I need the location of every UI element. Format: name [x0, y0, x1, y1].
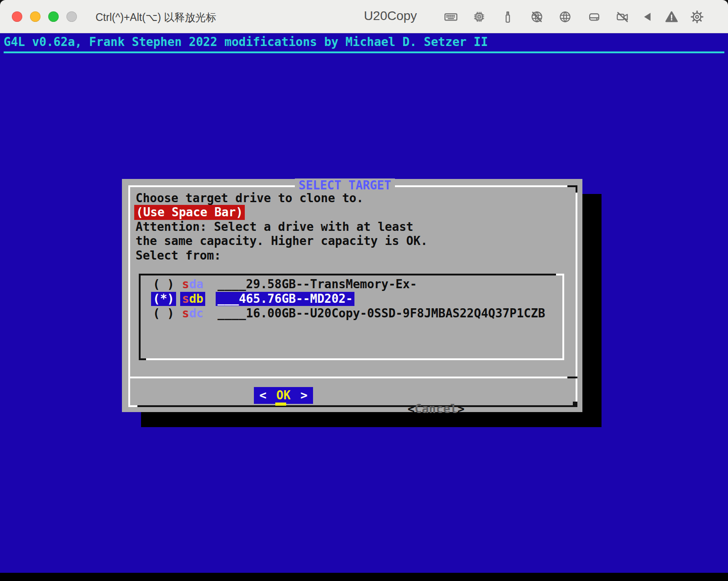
radio-indicator[interactable]: (*) [151, 292, 176, 306]
drive-name-rest: db [189, 292, 203, 306]
list-corner-accent [139, 358, 146, 360]
cpu-icon[interactable] [471, 9, 487, 25]
drive-name-prefix: s [182, 306, 189, 320]
dialog-instruction-line: the same capacity. Higher capacity is OK… [136, 234, 428, 248]
button-separator [128, 377, 577, 378]
drive-description[interactable]: ____16.00GB--U20Copy-0SSD-9F8JMBAS22Q4Q3… [216, 306, 547, 321]
cancel-button[interactable]: <Cancel> [379, 388, 465, 430]
ok-bracket-right: > [300, 388, 308, 403]
drive-name[interactable]: sdc [180, 306, 205, 321]
usb-icon[interactable] [500, 9, 516, 25]
space-bar-badge: (Use Space Bar) [134, 205, 245, 220]
header-underline [4, 51, 724, 53]
dialog-instruction-line: Attention: Select a drive with at least [136, 220, 413, 234]
dialog-instruction-line: Choose target drive to clone to. [136, 191, 364, 205]
dialog-title: SELECT TARGET [295, 178, 395, 193]
mouse-release-hint: Ctrl(^)+Alt(⌥) 以释放光标 [96, 10, 216, 25]
drive-name[interactable]: sdb [180, 292, 205, 306]
cancel-bracket-left: < [408, 402, 415, 416]
window-title: U20Copy [350, 9, 430, 23]
minimize-button[interactable] [30, 11, 40, 22]
settings-gear-icon[interactable] [689, 9, 705, 25]
drive-name-prefix: s [182, 277, 189, 291]
globe-icon[interactable] [557, 9, 573, 25]
ok-button[interactable]: < OK > [254, 387, 313, 404]
list-corner-accent [556, 274, 564, 275]
screen-bottom-strip [0, 573, 728, 581]
border-corner-accent [128, 405, 137, 407]
dialog-instruction-line: Select from: [136, 249, 221, 263]
separator-corner-accent [567, 377, 577, 378]
g4l-version-header: G4L v0.62a, Frank Stephen 2022 modificat… [4, 35, 488, 49]
speaker-icon[interactable] [640, 9, 655, 25]
drive-name-prefix: s [182, 292, 189, 306]
keyboard-icon[interactable] [443, 9, 459, 25]
cancel-bracket-right: > [457, 402, 465, 416]
drive-name-rest: da [189, 277, 203, 291]
drive-description[interactable]: ____29.58GB--TransMemory-Ex- [216, 277, 419, 291]
extra-window-button[interactable] [66, 11, 77, 22]
cancel-label: Cancel [415, 402, 457, 416]
camera-off-icon[interactable] [615, 9, 630, 25]
border-corner-accent [573, 402, 577, 407]
close-button[interactable] [12, 11, 22, 22]
radio-indicator[interactable]: ( ) [151, 306, 176, 321]
alert-icon[interactable] [664, 9, 679, 25]
border-corner-accent [576, 185, 577, 193]
harddisk-icon[interactable] [586, 9, 602, 25]
titlebar[interactable]: Ctrl(^)+Alt(⌥) 以释放光标 U20Copy [0, 0, 728, 33]
ok-label: OK [276, 388, 290, 403]
ok-bracket-left: < [259, 388, 267, 403]
drive-description[interactable]: ___465.76GB--MD202- [216, 292, 354, 306]
vm-window: Ctrl(^)+Alt(⌥) 以释放光标 U20Copy [0, 0, 728, 581]
drive-name[interactable]: sda [180, 277, 205, 291]
zoom-button[interactable] [48, 11, 59, 22]
radio-indicator[interactable]: ( ) [151, 277, 176, 291]
ok-hotkey-underline [275, 403, 286, 406]
drive-name-rest: dc [189, 306, 203, 320]
network-disabled-icon[interactable] [529, 9, 545, 25]
